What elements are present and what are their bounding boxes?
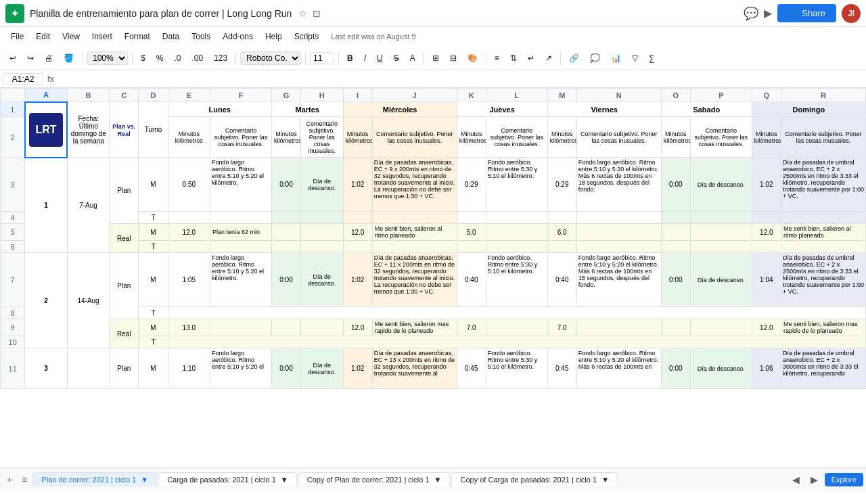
cell-E1[interactable]: Lunes xyxy=(168,102,271,117)
cell-F2[interactable]: Comentario subjetivo. Poner las cosas in… xyxy=(210,117,272,158)
font-size-input[interactable] xyxy=(310,52,334,64)
cell-R6[interactable] xyxy=(781,241,865,253)
cell-D3[interactable]: M xyxy=(139,158,168,212)
cell-O11[interactable]: 0:00 xyxy=(661,348,690,389)
cell-G6[interactable] xyxy=(271,241,300,253)
menu-format[interactable]: Format xyxy=(119,30,156,43)
cell-L9[interactable] xyxy=(486,319,547,336)
cell-C3[interactable]: Plan xyxy=(110,158,139,224)
borders-button[interactable]: ⊞ xyxy=(428,52,443,64)
bg-color-button[interactable]: 🎨 xyxy=(463,52,482,64)
cell-I3[interactable]: 1:02 xyxy=(343,158,372,212)
cell-B3[interactable]: 7-Aug xyxy=(67,158,109,253)
cell-E2[interactable]: Minutos kilómetros xyxy=(168,117,210,158)
share-button[interactable]: 👤 Share xyxy=(777,4,836,22)
cell-G7[interactable]: 0:00 xyxy=(271,253,300,307)
cell-B1[interactable]: Fecha: Último domingo de la semana xyxy=(67,102,109,158)
cell-G11[interactable]: 0:00 xyxy=(271,348,300,389)
decimal1-button[interactable]: .0 xyxy=(170,52,185,64)
italic-button[interactable]: I xyxy=(360,52,370,64)
cell-B11[interactable] xyxy=(67,348,109,389)
bold-button[interactable]: B xyxy=(343,52,357,64)
cell-R2[interactable]: Comentario subjetivo. Poner las cosas in… xyxy=(781,117,865,158)
cell-K7[interactable]: 0:40 xyxy=(457,253,486,307)
col-header-D[interactable]: D xyxy=(139,89,168,102)
col-header-R[interactable]: R xyxy=(781,89,865,102)
cell-H2[interactable]: Comentario subjetivo. Poner las cosas in… xyxy=(301,117,343,158)
valign-button[interactable]: ⇅ xyxy=(506,52,521,64)
col-header-E[interactable]: E xyxy=(168,89,210,102)
cell-J5[interactable]: Me senti bien, salieron al ritmo planead… xyxy=(372,224,457,241)
cell-Q5[interactable]: 12.0 xyxy=(752,224,781,241)
cell-Q9[interactable]: 12.0 xyxy=(752,319,781,336)
cell-E5[interactable]: 12.0 xyxy=(168,224,210,241)
cell-K2[interactable]: Minutos kilómetros xyxy=(457,117,486,158)
cell-F3[interactable]: Fondo largo aeróbico. Ritmo entre 5:10 y… xyxy=(210,158,272,212)
cell-E7[interactable]: 1:05 xyxy=(168,253,210,307)
cell-E3[interactable]: 0:50 xyxy=(168,158,210,212)
percent-button[interactable]: % xyxy=(152,52,168,64)
cell-N3[interactable]: Fondo largo aeróbico. Ritmo entre 5:10 y… xyxy=(576,158,661,212)
cell-A11[interactable]: 3 xyxy=(25,348,67,389)
col-header-O[interactable]: O xyxy=(661,89,690,102)
cell-E4[interactable] xyxy=(168,212,210,224)
cell-C7[interactable]: Plan xyxy=(110,253,139,319)
cell-R7[interactable]: Día de pasadas de umbral anaerobico. EC … xyxy=(781,253,865,307)
cell-L6[interactable] xyxy=(486,241,547,253)
rotate-button[interactable]: ↗ xyxy=(541,52,556,64)
cell-M4[interactable] xyxy=(547,212,576,224)
cell-H9[interactable] xyxy=(301,319,343,336)
col-header-A[interactable]: A xyxy=(25,89,67,102)
undo-button[interactable]: ↩ xyxy=(5,52,20,64)
link-button[interactable]: 🔗 xyxy=(565,52,583,64)
cell-L7[interactable]: Fondo aeróbico. Ritmo entre 5:30 y 5:10 … xyxy=(486,253,547,307)
col-header-N[interactable]: N xyxy=(576,89,661,102)
drive-icon[interactable]: ⊡ xyxy=(313,8,321,19)
paint-format-button[interactable]: 🪣 xyxy=(60,52,78,64)
sheet-tab-2[interactable]: Carga de pasadas: 2021 | ciclo 1 ▼ xyxy=(158,472,297,486)
cell-M5[interactable]: 6.0 xyxy=(547,224,576,241)
row-num-11[interactable]: 11 xyxy=(1,348,25,389)
chart-button[interactable]: 📊 xyxy=(607,52,625,64)
cell-K11[interactable]: 0:45 xyxy=(457,348,486,389)
cell-G9[interactable] xyxy=(271,319,300,336)
cell-G1[interactable]: Martes xyxy=(271,102,343,117)
col-header-H[interactable]: H xyxy=(301,89,343,102)
cell-J4[interactable] xyxy=(372,212,457,224)
cell-G3[interactable]: 0:00 xyxy=(271,158,300,212)
cell-D1[interactable]: Turno xyxy=(139,102,168,158)
print-button[interactable]: 🖨 xyxy=(41,52,57,64)
cell-N11[interactable]: Fondo largo aeróbico. Ritmo entre 5:10 y… xyxy=(576,348,661,389)
cell-D8[interactable]: T xyxy=(139,307,168,319)
cell-O9[interactable] xyxy=(661,319,690,336)
cell-C1[interactable]: Plan vs. Real xyxy=(110,102,139,158)
cell-P4[interactable] xyxy=(690,212,752,224)
sheet-tab-4[interactable]: Copy of Carga de pasadas: 2021 | ciclo 1… xyxy=(451,472,618,486)
cell-reference[interactable] xyxy=(3,73,43,85)
cell-G5[interactable] xyxy=(271,224,300,241)
cell-H7[interactable]: Día de descanso. xyxy=(301,253,343,307)
function-button[interactable]: ∑ xyxy=(645,52,659,64)
col-header-M[interactable]: M xyxy=(547,89,576,102)
cell-C11[interactable]: Plan xyxy=(110,348,139,389)
dollar-button[interactable]: $ xyxy=(137,52,150,64)
cell-N5[interactable] xyxy=(576,224,661,241)
app-logo[interactable]: ✦ xyxy=(5,4,24,23)
explore-button[interactable]: Explore xyxy=(825,473,863,486)
cell-I9[interactable]: 12.0 xyxy=(343,319,372,336)
cell-I5[interactable]: 12.0 xyxy=(343,224,372,241)
cell-A3[interactable]: 1 xyxy=(25,158,67,253)
cell-B7[interactable]: 14-Aug xyxy=(67,253,109,348)
col-header-Q[interactable]: Q xyxy=(752,89,781,102)
cell-D11[interactable]: M xyxy=(139,348,168,389)
cell-L4[interactable] xyxy=(486,212,547,224)
cell-F7[interactable]: Fondo largo aeróbico. Ritmo entre 5:10 y… xyxy=(210,253,272,307)
menu-view[interactable]: View xyxy=(57,30,85,43)
cell-J6[interactable] xyxy=(372,241,457,253)
cell-F6[interactable] xyxy=(210,241,272,253)
cell-F4[interactable] xyxy=(210,212,272,224)
col-header-K[interactable]: K xyxy=(457,89,486,102)
cell-A1[interactable]: LRT xyxy=(25,102,67,158)
row-num-5[interactable]: 5 xyxy=(1,224,25,241)
cell-F9[interactable] xyxy=(210,319,272,336)
